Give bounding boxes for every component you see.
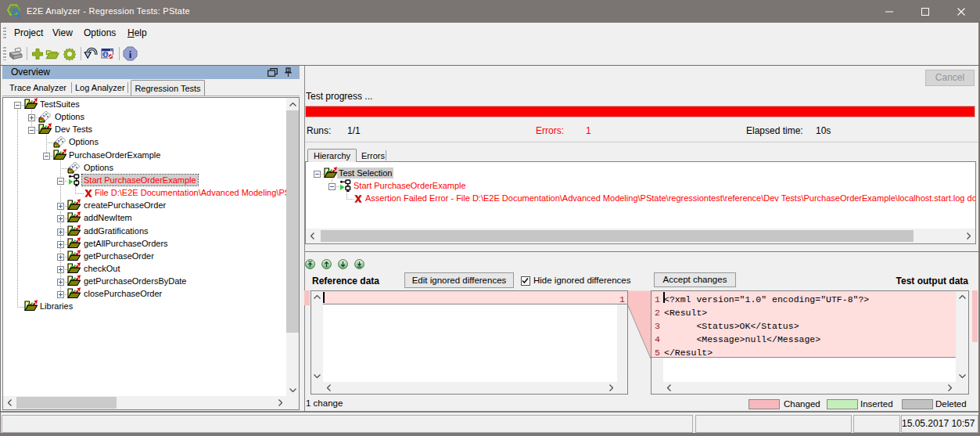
maximize-button[interactable] bbox=[907, 0, 943, 23]
scroll-left-arrow[interactable] bbox=[306, 229, 319, 243]
close-button[interactable] bbox=[943, 0, 979, 23]
scrollbar-thumb[interactable] bbox=[321, 230, 914, 242]
scroll-right-arrow[interactable] bbox=[274, 396, 286, 409]
test-output-editor[interactable]: <?xml version="1.0" encoding="UTF-8"?><R… bbox=[663, 291, 956, 382]
scroll-right-arrow[interactable] bbox=[944, 382, 956, 394]
minimize-button[interactable] bbox=[871, 0, 907, 23]
tree-item-label[interactable]: Assertion Failed Error - File D:\E2E Doc… bbox=[364, 193, 975, 204]
hierarchy-horizontal-scrollbar[interactable] bbox=[306, 229, 975, 243]
expand-toggle[interactable] bbox=[57, 203, 64, 210]
hide-ignored-differences-checkbox[interactable] bbox=[521, 276, 530, 286]
tree-item-label[interactable]: closePurchaseOrder bbox=[82, 288, 163, 299]
expand-toggle[interactable] bbox=[57, 279, 64, 286]
tree-horizontal-scrollbar[interactable] bbox=[3, 396, 299, 409]
tab-regression-tests[interactable]: Regression Tests bbox=[131, 80, 205, 96]
menu-project[interactable]: Project bbox=[9, 23, 48, 44]
tree-item-label[interactable]: Start PurchaseOrderExample bbox=[82, 175, 198, 186]
settings-gear-icon[interactable] bbox=[63, 47, 77, 61]
previous-difference-button[interactable] bbox=[321, 259, 332, 269]
tab-log-analyzer[interactable]: Log Analyzer bbox=[75, 79, 125, 96]
pin-icon[interactable] bbox=[284, 67, 293, 77]
tree-guide bbox=[17, 110, 18, 307]
tree-item-label[interactable]: File D:\E2E Documentation\Advanced Model… bbox=[93, 187, 286, 198]
errors-label: Errors: bbox=[536, 125, 564, 136]
minus-sign bbox=[315, 174, 319, 175]
tree-item-label[interactable]: addGratifications bbox=[82, 225, 150, 236]
minus-sign bbox=[16, 105, 20, 106]
tree-item-label[interactable]: Dev Tests bbox=[53, 124, 94, 135]
collapse-toggle[interactable] bbox=[43, 153, 50, 160]
hide-ignored-differences-label[interactable]: Hide ignored differences bbox=[533, 276, 630, 285]
scroll-right-arrow[interactable] bbox=[605, 382, 617, 394]
menu-help[interactable]: Help bbox=[122, 23, 153, 44]
output-horizontal-scrollbar[interactable] bbox=[663, 382, 956, 394]
scroll-down-arrow[interactable] bbox=[311, 370, 323, 382]
scroll-left-arrow[interactable] bbox=[3, 396, 16, 409]
expand-toggle[interactable] bbox=[57, 241, 64, 248]
expand-toggle[interactable] bbox=[57, 229, 64, 236]
collapse-toggle[interactable] bbox=[57, 178, 64, 185]
tab-errors[interactable]: Errors bbox=[361, 150, 385, 162]
left-tab-strip: Trace Analyzer Log Analyzer Regression T… bbox=[2, 79, 300, 96]
collapse-toggle[interactable] bbox=[328, 183, 336, 190]
scrollbar-thumb[interactable] bbox=[286, 110, 299, 333]
tree-item-label[interactable]: Options bbox=[53, 111, 86, 122]
scroll-up-arrow[interactable] bbox=[957, 291, 968, 303]
expand-toggle[interactable] bbox=[57, 291, 64, 298]
tree-item-label[interactable]: createPurchaseOrder bbox=[82, 200, 167, 211]
output-vertical-scrollbar[interactable] bbox=[957, 291, 968, 382]
undo-icon[interactable] bbox=[84, 47, 98, 61]
overview-panel-header: Overview bbox=[2, 66, 300, 79]
tree-item-label[interactable]: Test Selection bbox=[337, 168, 393, 178]
expand-toggle[interactable] bbox=[57, 266, 64, 273]
first-difference-button[interactable] bbox=[305, 259, 315, 269]
tree-item-label[interactable]: getPurchaseOrdersByDate bbox=[82, 276, 188, 286]
scroll-left-arrow[interactable] bbox=[663, 382, 675, 394]
scroll-left-arrow[interactable] bbox=[323, 382, 335, 394]
expand-toggle[interactable] bbox=[28, 114, 35, 121]
reference-vertical-scrollbar[interactable] bbox=[311, 291, 323, 382]
open-folder-icon[interactable] bbox=[45, 47, 59, 61]
add-icon[interactable] bbox=[31, 47, 45, 61]
window-info-icon[interactable] bbox=[101, 47, 115, 61]
tree-vertical-scrollbar[interactable] bbox=[286, 98, 299, 396]
tree-item-label[interactable]: getAllPurchaseOrders bbox=[82, 238, 170, 249]
scroll-up-arrow[interactable] bbox=[311, 291, 323, 303]
tree-item-label[interactable]: PurchaseOrderExample bbox=[67, 150, 162, 160]
menu-options[interactable]: Options bbox=[78, 23, 121, 44]
scroll-up-arrow[interactable] bbox=[286, 98, 299, 110]
tree-item-label[interactable]: addNewItem bbox=[82, 212, 134, 223]
scroll-down-arrow[interactable] bbox=[957, 370, 968, 382]
scroll-right-arrow[interactable] bbox=[962, 229, 975, 243]
print-icon[interactable] bbox=[9, 47, 23, 61]
tree-item-label[interactable]: checkOut bbox=[82, 263, 121, 274]
tree-item-label[interactable]: Start PurchaseOrderExample bbox=[352, 180, 468, 191]
scrollbar-thumb[interactable] bbox=[16, 397, 117, 409]
collapse-toggle[interactable] bbox=[314, 171, 321, 178]
edit-ignored-differences-button[interactable]: Edit ignored differences bbox=[404, 272, 514, 288]
tree-item-label[interactable]: Options bbox=[67, 136, 100, 147]
tab-trace-analyzer[interactable]: Trace Analyzer bbox=[9, 79, 66, 96]
expand-toggle[interactable] bbox=[57, 215, 64, 222]
menu-view[interactable]: View bbox=[47, 23, 78, 44]
last-difference-button[interactable] bbox=[354, 259, 364, 269]
scroll-down-arrow[interactable] bbox=[286, 384, 299, 396]
accept-changes-button[interactable]: Accept changes bbox=[654, 272, 736, 287]
tree-item-label[interactable]: Options bbox=[82, 162, 115, 173]
info-icon[interactable] bbox=[123, 46, 138, 61]
collapse-toggle[interactable] bbox=[14, 102, 21, 109]
float-window-icon[interactable] bbox=[267, 68, 278, 77]
runs-label: Runs: bbox=[307, 125, 331, 136]
reference-horizontal-scrollbar[interactable] bbox=[323, 382, 617, 394]
gutter-line: 5 bbox=[652, 344, 663, 358]
tree-item-label[interactable]: Libraries bbox=[38, 301, 74, 312]
plus-sign-v bbox=[60, 280, 61, 284]
collapse-toggle[interactable] bbox=[28, 127, 35, 134]
reference-data-editor[interactable] bbox=[323, 291, 617, 382]
cancel-button[interactable]: Cancel bbox=[925, 70, 975, 86]
tree-item-label[interactable]: getPurchaseOrder bbox=[82, 250, 156, 261]
next-difference-button[interactable] bbox=[338, 259, 348, 269]
tab-hierarchy[interactable]: Hierarchy bbox=[307, 149, 357, 162]
expand-toggle[interactable] bbox=[57, 254, 64, 261]
tree-item-label[interactable]: TestSuites bbox=[38, 99, 81, 110]
